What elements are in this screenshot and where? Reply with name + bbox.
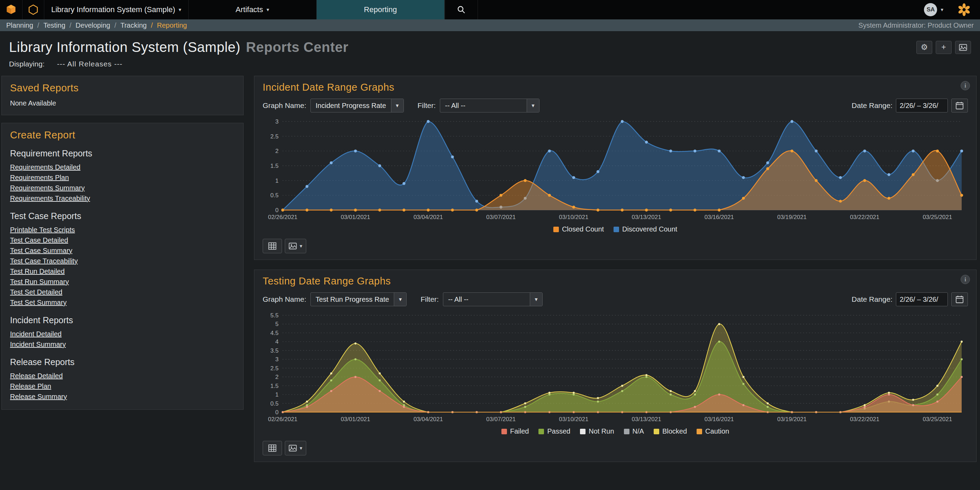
report-link[interactable]: Test Case Detailed — [10, 235, 235, 245]
info-icon[interactable]: i — [961, 81, 970, 90]
legend-item: Not Run — [580, 427, 614, 435]
app-logo[interactable] — [0, 0, 22, 19]
report-link[interactable]: Requirements Summary — [10, 183, 235, 193]
legend-swatch — [553, 227, 559, 232]
breadcrumb-item-planning[interactable]: Planning — [6, 21, 33, 29]
report-link[interactable]: Printable Test Scripts — [10, 224, 235, 235]
chevron-down-icon: ▾ — [178, 6, 181, 13]
svg-text:02/26/2021: 02/26/2021 — [268, 416, 297, 423]
page-header: Library Information System (Sample) Repo… — [0, 31, 980, 59]
chevron-down-icon: ▾ — [300, 243, 302, 249]
breadcrumb-item-testing[interactable]: Testing — [43, 21, 65, 29]
legend-item: N/A — [624, 427, 644, 435]
user-role-label: System Administrator: Product Owner — [859, 21, 974, 29]
workspace-logo[interactable] — [22, 0, 44, 19]
report-link[interactable]: Test Case Traceability — [10, 256, 235, 266]
calendar-button[interactable] — [951, 293, 968, 306]
filter-label: Filter: — [418, 102, 436, 110]
report-link[interactable]: Release Plan — [10, 381, 235, 391]
svg-text:03/10/2021: 03/10/2021 — [559, 214, 588, 220]
report-link[interactable]: Test Run Detailed — [10, 266, 235, 277]
nav-tab-artifacts[interactable]: Artifacts ▾ — [189, 0, 317, 19]
displaying-label: Displaying: — [9, 60, 45, 68]
breadcrumb: Planning/Testing/Developing/Tracking/Rep… — [6, 21, 187, 29]
svg-text:03/10/2021: 03/10/2021 — [559, 416, 588, 423]
svg-text:03/19/2021: 03/19/2021 — [777, 416, 807, 423]
report-group-heading: Release Reports — [10, 357, 235, 367]
report-link[interactable]: Test Set Summary — [10, 297, 235, 308]
breadcrumb-separator: / — [151, 21, 153, 29]
report-link[interactable]: Test Set Detailed — [10, 287, 235, 297]
date-range-input[interactable] — [896, 99, 948, 113]
export-image-button[interactable]: ▾ — [285, 441, 306, 455]
graph-name-select[interactable]: Test Run Progress Rate ▼ — [310, 293, 407, 306]
report-link[interactable]: Incident Summary — [10, 339, 235, 350]
report-link[interactable]: Test Run Summary — [10, 277, 235, 287]
svg-text:5.5: 5.5 — [270, 312, 278, 319]
show-table-button[interactable] — [262, 239, 282, 253]
settings-button[interactable]: ⚙ — [916, 41, 932, 54]
breadcrumb-item-developing[interactable]: Developing — [75, 21, 110, 29]
incident-panel-title: Incident Date Range Graphs — [262, 82, 968, 93]
date-range-label: Date Range: — [852, 102, 892, 110]
report-link[interactable]: Requirements Detailed — [10, 162, 235, 172]
report-group-heading: Requirement Reports — [10, 148, 235, 159]
date-range-label: Date Range: — [852, 295, 892, 304]
content: Saved Reports None Available Create Repo… — [0, 68, 980, 462]
info-icon[interactable]: i — [961, 275, 970, 284]
user-menu[interactable]: SA ▾ — [917, 0, 950, 19]
svg-text:1.5: 1.5 — [270, 163, 278, 169]
breadcrumb-item-tracking[interactable]: Tracking — [121, 21, 147, 29]
export-image-button[interactable]: ▾ — [285, 239, 306, 253]
svg-text:03/22/2021: 03/22/2021 — [850, 416, 879, 423]
breadcrumb-item-reporting[interactable]: Reporting — [157, 21, 187, 29]
report-link[interactable]: Requirements Traceability — [10, 193, 235, 204]
filter-select[interactable]: -- All -- ▼ — [440, 99, 539, 113]
legend-item: Closed Count — [553, 225, 604, 233]
svg-text:0.5: 0.5 — [270, 192, 278, 199]
nav-tab-reporting[interactable]: Reporting — [317, 0, 445, 19]
svg-text:03/07/2021: 03/07/2021 — [486, 214, 515, 220]
filter-select[interactable]: -- All -- ▼ — [443, 293, 542, 306]
svg-text:2: 2 — [275, 148, 278, 154]
legend-item: Caution — [697, 427, 729, 435]
svg-text:0: 0 — [275, 207, 278, 213]
add-button[interactable]: + — [936, 41, 951, 54]
create-report-title: Create Report — [10, 129, 235, 141]
top-bar: Library Information System (Sample) ▾ Ar… — [0, 0, 980, 19]
svg-text:02/26/2021: 02/26/2021 — [268, 214, 297, 220]
incident-chart-actions: ▾ — [262, 239, 968, 253]
show-table-button[interactable] — [262, 441, 282, 455]
svg-text:03/25/2021: 03/25/2021 — [923, 416, 952, 423]
testing-chart[interactable]: 00.511.522.533.544.555.502/26/202103/01/… — [262, 310, 968, 425]
cube-logo-icon — [5, 3, 17, 16]
report-link[interactable]: Test Case Summary — [10, 245, 235, 256]
graph-name-label: Graph Name: — [262, 102, 306, 110]
search-icon — [457, 5, 466, 14]
report-link[interactable]: Release Detailed — [10, 371, 235, 381]
create-report-groups: Requirement ReportsRequirements Detailed… — [10, 148, 235, 402]
incident-chart[interactable]: 00.511.522.5302/26/202103/01/202103/04/2… — [262, 117, 968, 223]
graph-name-select[interactable]: Incident Progress Rate ▼ — [310, 99, 404, 113]
report-link[interactable]: Release Summary — [10, 391, 235, 402]
svg-text:3: 3 — [275, 118, 278, 125]
svg-text:0: 0 — [275, 409, 278, 415]
calendar-button[interactable] — [951, 99, 968, 113]
breadcrumb-separator: / — [70, 21, 72, 29]
testing-chart-legend: FailedPassedNot RunN/ABlockedCaution — [262, 427, 968, 435]
svg-text:03/04/2021: 03/04/2021 — [414, 416, 443, 423]
product-selector[interactable]: Library Information System (Sample) ▾ — [44, 0, 189, 19]
legend-swatch — [501, 429, 507, 434]
search-button[interactable] — [445, 0, 478, 19]
system-settings-button[interactable] — [950, 0, 980, 19]
legend-swatch — [697, 429, 702, 434]
report-link[interactable]: Requirements Plan — [10, 172, 235, 183]
date-range-input[interactable] — [896, 293, 948, 306]
report-link[interactable]: Incident Detailed — [10, 329, 235, 339]
calendar-icon — [955, 295, 964, 304]
graph-name-label: Graph Name: — [262, 295, 306, 304]
testing-controls: Graph Name: Test Run Progress Rate ▼ Fil… — [262, 293, 968, 306]
breadcrumb-separator: / — [114, 21, 116, 29]
image-export-button[interactable] — [955, 41, 971, 54]
legend-item: Failed — [501, 427, 529, 435]
